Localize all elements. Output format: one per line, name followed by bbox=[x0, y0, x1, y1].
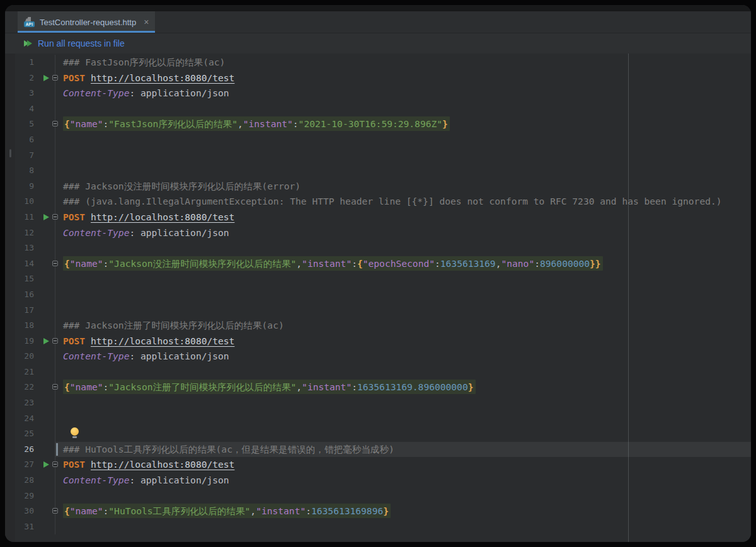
line-gutter: 8 bbox=[15, 163, 55, 179]
editor-line: 5{"name":"FastJson序列化以后的结果","instant":"2… bbox=[15, 116, 751, 132]
editor-tab-bar: API TestController-request.http × bbox=[5, 11, 751, 33]
line-number: 16 bbox=[24, 287, 34, 303]
editor-line: 7 bbox=[15, 148, 751, 164]
code-line bbox=[55, 411, 751, 427]
line-gutter: 4 bbox=[15, 101, 55, 117]
code-line: POST http://localhost:8080/test bbox=[55, 457, 751, 473]
run-all-requests-icon[interactable] bbox=[24, 40, 32, 47]
desktop-background: API TestController-request.http × Run al… bbox=[0, 0, 756, 547]
editor-line: 19POST http://localhost:8080/test bbox=[15, 334, 751, 349]
line-gutter: 3 bbox=[15, 86, 55, 101]
run-all-requests-link[interactable]: Run all requests in file bbox=[38, 38, 125, 48]
line-number: 19 bbox=[24, 334, 34, 349]
editor-line: 6 bbox=[15, 132, 751, 148]
line-number: 2 bbox=[29, 70, 34, 86]
editor-line: 23 bbox=[15, 395, 751, 411]
run-request-icon[interactable] bbox=[43, 214, 49, 220]
line-gutter: 28 bbox=[15, 473, 55, 488]
fold-marker-icon[interactable] bbox=[52, 261, 58, 266]
line-number: 13 bbox=[24, 240, 34, 256]
run-request-icon[interactable] bbox=[43, 461, 49, 468]
code-line bbox=[55, 426, 751, 442]
fold-marker-icon[interactable] bbox=[52, 75, 58, 81]
line-number: 21 bbox=[24, 364, 34, 380]
editor-line: 28Content-Type: application/json bbox=[15, 473, 751, 488]
json-body-fragment: {"name":"HuTools工具序列化以后的结果","instant":16… bbox=[63, 504, 391, 518]
fold-marker-icon[interactable] bbox=[52, 384, 58, 390]
line-gutter: 5 bbox=[15, 116, 55, 132]
tab-close-icon[interactable]: × bbox=[141, 18, 149, 26]
line-gutter: 22 bbox=[15, 380, 55, 395]
editor-line: 22{"name":"Jackson注册了时间模块序列化以后的结果","inst… bbox=[15, 380, 751, 395]
text-caret bbox=[56, 443, 58, 456]
line-number: 17 bbox=[24, 303, 34, 319]
line-gutter: 1 bbox=[15, 55, 55, 70]
code-line: POST http://localhost:8080/test bbox=[55, 210, 751, 225]
line-gutter: 10 bbox=[15, 194, 55, 210]
json-body-fragment: {"name":"Jackson注册了时间模块序列化以后的结果","instan… bbox=[63, 380, 476, 394]
line-gutter: 13 bbox=[15, 240, 55, 256]
line-gutter: 15 bbox=[15, 271, 55, 287]
json-body-fragment: {"name":"Jackson没注册时间模块序列化以后的结果","instan… bbox=[63, 256, 603, 271]
code-line bbox=[55, 303, 751, 319]
editor-line: 1### FastJson序列化以后的结果(ac) bbox=[15, 55, 751, 70]
tab-testcontroller-request-http[interactable]: API TestController-request.http × bbox=[18, 11, 155, 33]
line-number: 8 bbox=[29, 163, 34, 179]
line-number: 28 bbox=[24, 473, 34, 488]
editor-line: 20Content-Type: application/json bbox=[15, 349, 751, 364]
line-number: 14 bbox=[24, 256, 34, 272]
editor-line: 27POST http://localhost:8080/test bbox=[15, 457, 751, 473]
line-number: 4 bbox=[29, 101, 34, 117]
line-gutter: 23 bbox=[15, 395, 55, 411]
editor-line: 24 bbox=[15, 411, 751, 427]
code-line bbox=[55, 101, 751, 117]
editor-content-area: 1### FastJson序列化以后的结果(ac)2POST http://lo… bbox=[5, 54, 751, 542]
editor-line: 18### Jackson注册了时间模块序列化以后的结果(ac) bbox=[15, 318, 751, 334]
code-line bbox=[55, 148, 751, 164]
editor-line: 14{"name":"Jackson没注册时间模块序列化以后的结果","inst… bbox=[15, 256, 751, 272]
line-gutter: 19 bbox=[15, 334, 55, 349]
line-number: 27 bbox=[24, 457, 34, 473]
fold-marker-icon[interactable] bbox=[52, 461, 58, 467]
code-editor[interactable]: 1### FastJson序列化以后的结果(ac)2POST http://lo… bbox=[15, 54, 751, 542]
editor-line: 17 bbox=[15, 303, 751, 319]
line-gutter: 27 bbox=[15, 457, 55, 473]
editor-line: 31 bbox=[15, 519, 751, 535]
line-gutter: 18 bbox=[15, 318, 55, 334]
code-line: {"name":"HuTools工具序列化以后的结果","instant":16… bbox=[55, 504, 751, 519]
http-api-file-icon: API bbox=[24, 17, 35, 27]
line-number: 6 bbox=[29, 132, 34, 148]
fold-marker-icon[interactable] bbox=[52, 338, 58, 344]
run-request-icon[interactable] bbox=[43, 75, 49, 81]
line-gutter: 12 bbox=[15, 225, 55, 241]
code-line bbox=[55, 240, 751, 256]
line-number: 30 bbox=[24, 504, 34, 519]
editor-line: 13 bbox=[15, 240, 751, 256]
editor-line: 11POST http://localhost:8080/test bbox=[15, 210, 751, 225]
code-line bbox=[55, 132, 751, 148]
line-number: 5 bbox=[29, 116, 34, 132]
code-line bbox=[55, 519, 751, 535]
line-gutter: 14 bbox=[15, 256, 55, 272]
code-line: POST http://localhost:8080/test bbox=[55, 334, 751, 349]
run-request-icon[interactable] bbox=[43, 338, 49, 344]
editor-line: 26### HuTools工具序列化以后的结果(ac，但是结果是错误的，错把毫秒… bbox=[15, 442, 751, 458]
code-line: {"name":"Jackson没注册时间模块序列化以后的结果","instan… bbox=[55, 256, 751, 272]
fold-marker-icon[interactable] bbox=[52, 121, 58, 127]
ide-window: API TestController-request.http × Run al… bbox=[5, 5, 751, 542]
line-gutter: 16 bbox=[15, 287, 55, 303]
file-icon-shape bbox=[25, 17, 31, 21]
code-line: {"name":"FastJson序列化以后的结果","instant":"20… bbox=[55, 116, 751, 132]
line-gutter: 29 bbox=[15, 488, 55, 504]
intention-bulb-icon[interactable] bbox=[71, 427, 79, 439]
line-number: 12 bbox=[24, 225, 34, 241]
line-gutter: 6 bbox=[15, 132, 55, 148]
code-line bbox=[55, 364, 751, 380]
line-number: 23 bbox=[24, 395, 34, 411]
editor-line: 30{"name":"HuTools工具序列化以后的结果","instant":… bbox=[15, 504, 751, 519]
editor-line: 8 bbox=[15, 163, 751, 179]
line-number: 25 bbox=[24, 426, 34, 442]
line-number: 22 bbox=[24, 380, 34, 395]
fold-marker-icon[interactable] bbox=[52, 214, 58, 220]
fold-marker-icon[interactable] bbox=[52, 508, 58, 514]
